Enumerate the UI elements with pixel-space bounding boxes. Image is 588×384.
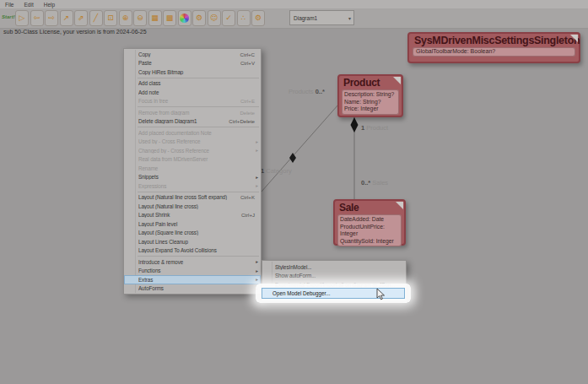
association-label-category: 1 Category [261,167,292,175]
class-title: Sale [335,201,404,214]
go-to-referred-button[interactable]: ↗ [60,10,73,26]
menu-item-copy-hires-bitmap[interactable]: Copy HiRes Bitmap [124,68,261,77]
menu-item-real-data-from-mdrivenserver: Real data from MDrivenServer [124,155,261,165]
class-title: Product [339,76,402,89]
zoom-out-button[interactable]: ⊖ [133,10,147,26]
composition-diamond-category [289,153,296,163]
submenu-item-stylesinmodel[interactable]: StylesInModel... [262,262,406,272]
composition-diamond-product [351,117,359,133]
add-user-button[interactable]: ☺ [208,10,221,26]
menu-separator [138,106,259,107]
menu-item-layout-expand-avoid-collisions[interactable]: Layout Expand To Avoid Collisions [124,246,261,256]
menu-item-add-note[interactable]: Add note [124,88,261,97]
arrow-up-right-icon: ↗ [63,14,70,22]
view-screen-button[interactable]: ⊡ [104,10,117,26]
user-icon: ☺ [210,14,218,22]
diagonal-line-icon: ╱ [94,14,98,22]
gears-button[interactable]: ⚙ [192,10,206,26]
menu-separator [138,256,259,257]
attribute: Name: String? [344,99,396,106]
play-icon: ▷ [19,14,25,22]
class-attributes: Description: String? Name: String? Price… [342,89,399,115]
menu-separator [138,127,259,127]
menu-item-add-class[interactable]: Add class [124,79,261,89]
attribute: GlobalToolbarMode: Boolean? [416,48,572,56]
menu-item-copy[interactable]: CopyCtrl+C [124,50,261,59]
checkmark-icon: ✓ [225,14,232,22]
diagram-selector-value: Diagram1 [290,15,348,21]
menu-item-extras[interactable]: Extras▸ [124,275,261,284]
arrow-up-right-alt-icon: ⇗ [78,14,84,22]
class-product[interactable]: Product Description: String? Name: Strin… [337,74,403,117]
validate-button[interactable]: ✓ [222,10,235,26]
context-menu: CopyCtrl+C PasteCtrl+V Copy HiRes Bitmap… [123,48,262,295]
attribute: DateAdded: Date [340,216,399,224]
grid-edit-icon: ▩ [166,14,174,22]
grid-icon: ▦ [151,14,159,22]
zoom-in-icon: ⊕ [122,14,129,22]
start-label[interactable]: Start! [2,14,15,19]
go-to-link-button[interactable]: ⇗ [74,10,88,26]
arrow-left-icon: ⇦ [34,14,40,22]
zoom-in-button[interactable]: ⊕ [119,10,132,26]
menu-item-layout-pain-level[interactable]: Layout Pain level [124,219,261,229]
menu-separator [138,192,259,192]
menu-item-paste[interactable]: PasteCtrl+V [124,59,261,68]
monitor-icon: ⊡ [107,14,114,22]
menu-item-layout-square[interactable]: Layout (Square line cross) [124,229,261,238]
menu-item-layout-shrink[interactable]: Layout ShrinkCtrl+J [124,211,261,220]
menu-item-functions[interactable]: Functions▸ [124,267,261,276]
nodes-button[interactable]: ∴ [237,10,251,26]
grid-button[interactable]: ▦ [148,10,162,26]
menu-item-layout-lines-cleanup[interactable]: Layout Lines Cleanup [124,237,261,246]
attribute: Description: String? [344,91,396,99]
menu-item-introduce-and-remove[interactable]: Introduce & remove▸ [124,257,261,267]
diagram-selector[interactable]: Diagram1 ▾ [289,10,354,25]
menu-item-used-by-cross-reference: Used by - Cross Reference▸ [124,138,261,147]
back-button[interactable]: ⇦ [30,10,44,26]
submenu-arrow-icon: ▸ [256,139,258,144]
class-attributes: DateAdded: Date ProductUnitPrice: Intege… [337,214,402,246]
class-title: SysMDrivenMiscSettingsSingleton [409,34,579,47]
submenu-arrow-icon: ▸ [256,259,258,264]
attribute: QuantitySold: Integer [340,238,399,246]
forward-button[interactable]: ⇨ [45,10,58,26]
class-sale[interactable]: Sale DateAdded: Date ProductUnitPrice: I… [333,199,406,246]
settings-button[interactable]: ⚙ [251,10,265,26]
license-notice: sub 50-Class License, your version is fr… [3,29,147,35]
menu-file[interactable]: File [0,2,19,8]
run-button[interactable]: ▷ [15,10,29,26]
menu-bar: File Edit Help [0,0,588,8]
menu-help[interactable]: Help [39,2,60,8]
submenu-arrow-icon: ▸ [256,148,258,153]
menu-item-delete-diagram[interactable]: Delete diagram Diagram1Ctrl+Delete [124,117,261,127]
grid-edit-button[interactable]: ▩ [163,10,176,26]
menu-item-snippets[interactable]: Snippets▸ [124,173,261,182]
menu-item-autoforms[interactable]: AutoForms▸ [124,284,261,294]
chevron-down-icon: ▾ [348,15,353,21]
toolbar-buttons: ▷ ⇦ ⇨ ↗ ⇗ ╱ ⊡ ⊕ ⊖ ▦ ▩ ⚙ ☺ ✓ ∴ ⚙ [15,10,265,26]
class-sysmdriven-misc-settings-singleton[interactable]: SysMDrivenMiscSettingsSingleton GlobalTo… [407,32,580,63]
arrow-right-icon: ⇨ [48,14,55,22]
menu-item-expressions: Expressions▸ [124,181,261,191]
submenu-item-show-autoform[interactable]: Show autoForm... [262,272,406,281]
submenu-arrow-icon: ▸ [256,175,258,180]
zoom-out-icon: ⊖ [137,14,143,22]
tutorial-spotlight: Open Model Debugger... [256,284,411,303]
draw-association-button[interactable]: ╱ [89,10,103,26]
menu-item-layout-natural[interactable]: Layout (Natural line cross) [124,202,261,211]
menu-item-remove-from-diagram: Remove from diagramDelete [124,108,261,117]
toolbar: Start! ▷ ⇦ ⇨ ↗ ⇗ ╱ ⊡ ⊕ ⊖ ▦ ▩ ⚙ ☺ ✓ ∴ ⚙ D… [0,8,588,29]
mouse-cursor-icon [376,288,386,301]
attribute: ProductUnitPrice: Integer [340,224,399,238]
menu-item-layout-natural-soft-expand[interactable]: Layout (Natural line cross Soft expand)C… [124,193,261,203]
color-wheel-button[interactable] [178,10,192,26]
gears-icon: ⚙ [196,14,202,22]
menu-edit[interactable]: Edit [19,2,38,8]
menu-item-rename: Rename [124,164,261,173]
color-wheel-icon [180,14,189,23]
submenu-arrow-icon: ▸ [256,183,258,188]
network-nodes-icon: ∴ [241,14,246,22]
association-label-sales: 0..* Sales [361,179,388,187]
menu-item-changed-by-cross-reference: Changed by - Cross Reference▸ [124,146,261,155]
